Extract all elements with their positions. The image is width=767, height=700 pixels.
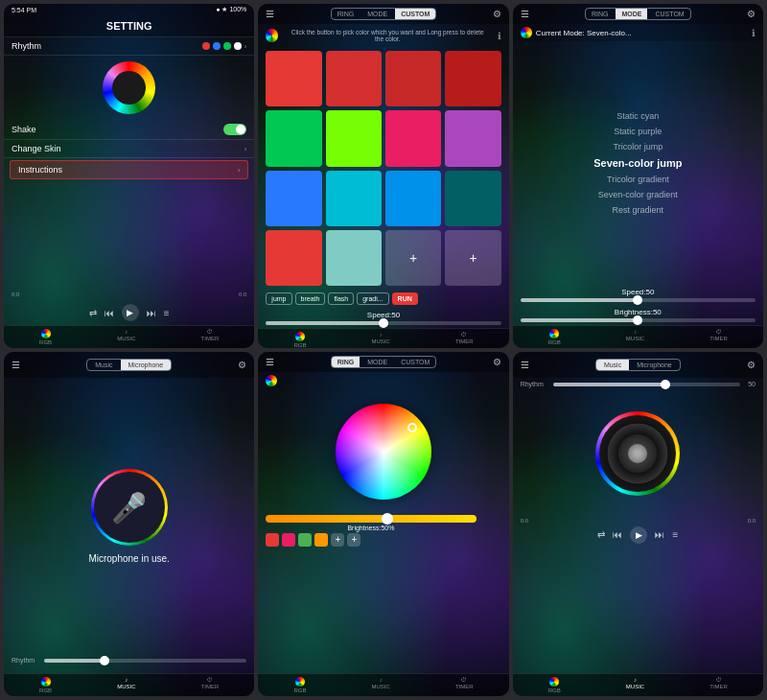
rhythm-track-4[interactable] (44, 659, 246, 663)
play-btn-6[interactable]: ▶ (630, 526, 647, 544)
small-swatch-2[interactable] (282, 533, 295, 547)
mode-tricolor-jump[interactable]: Tricolor jump (521, 139, 755, 154)
tab-music-6[interactable]: Music (596, 360, 629, 370)
tab-mic-6[interactable]: Microphone (629, 360, 680, 370)
swatch-4[interactable] (445, 51, 500, 106)
change-skin-item[interactable]: Change Skin › (4, 140, 254, 158)
nav-rgb-4[interactable]: RGB (39, 677, 52, 693)
nav-rgb-5[interactable]: RGB (293, 677, 306, 693)
nav-music-3[interactable]: ♪ MUSIC (626, 329, 644, 345)
small-swatch-4[interactable] (314, 533, 328, 547)
swatch-14[interactable] (326, 230, 382, 286)
gear-icon-5[interactable]: ⚙ (493, 357, 501, 367)
small-swatch-3[interactable] (298, 533, 312, 547)
add-color-5[interactable]: + (331, 533, 344, 547)
mode-seven-color-gradient[interactable]: Seven-color gradient (521, 187, 755, 202)
nav-music-5[interactable]: ♪ MUSIC (371, 677, 389, 693)
nav-timer-2[interactable]: ⏱ TIMER (455, 332, 474, 348)
nav-rgb-2[interactable]: RGB (293, 332, 306, 348)
nav-rgb-1[interactable]: RGB (39, 329, 52, 345)
color-wheel-5[interactable] (336, 404, 431, 500)
nav-timer-6[interactable]: ⏱ TIMER (709, 677, 728, 693)
gear-icon-6[interactable]: ⚙ (747, 360, 755, 370)
menu-icon-6[interactable]: ☰ (521, 360, 529, 370)
add-swatch-2[interactable]: + (445, 230, 500, 286)
nav-timer-5[interactable]: ⏱ TIMER (455, 677, 474, 693)
rgb-icon-5 (295, 677, 305, 687)
nav-rgb-3[interactable]: RGB (548, 329, 561, 345)
list-icon-6[interactable]: ≡ (672, 529, 678, 540)
gear-icon-3[interactable]: ⚙ (747, 9, 755, 19)
tab-custom-5[interactable]: CUSTOM (395, 357, 435, 367)
nav-music-6[interactable]: ♪ MUSIC (626, 677, 644, 693)
add-color-5b[interactable]: + (347, 533, 360, 547)
next-icon[interactable]: ⏭ (147, 308, 156, 318)
add-swatch-1[interactable]: + (385, 230, 441, 286)
swatch-10[interactable] (326, 171, 382, 226)
swatch-13[interactable] (266, 230, 321, 286)
rgb-icon-1 (41, 329, 51, 338)
menu-icon-4[interactable]: ☰ (12, 360, 20, 370)
menu-icon-5[interactable]: ☰ (266, 357, 274, 367)
tab-ring-3[interactable]: RING (586, 9, 615, 19)
nav-music-2[interactable]: ♪ MUSIC (371, 332, 389, 348)
mode-static-cyan[interactable]: Static cyan (521, 108, 755, 124)
small-swatch-1[interactable] (266, 533, 279, 547)
wheel-cursor-5[interactable] (407, 423, 417, 432)
swatch-9[interactable] (266, 171, 321, 226)
play-button[interactable]: ▶ (122, 304, 139, 321)
nav-music-4[interactable]: ♪ MUSIC (117, 677, 135, 693)
next-icon-6[interactable]: ⏭ (655, 529, 664, 540)
swatch-3[interactable] (385, 51, 441, 106)
tab-custom-3[interactable]: CUSTOM (649, 9, 689, 19)
tab-custom-2[interactable]: CUSTOM (395, 9, 435, 19)
prev-icon-6[interactable]: ⏮ (613, 529, 622, 540)
shuffle-icon[interactable]: ⇄ (89, 308, 97, 318)
speed-track-3[interactable] (521, 298, 755, 302)
gear-icon-2[interactable]: ⚙ (493, 9, 501, 19)
nav-timer-4[interactable]: ⏱ TIMER (201, 677, 220, 693)
swatch-11[interactable] (385, 171, 441, 226)
swatch-1[interactable] (266, 51, 321, 106)
shake-item[interactable]: Shake (4, 120, 254, 140)
mode-seven-color-jump[interactable]: Seven-color jump (521, 154, 755, 172)
rhythm-track-6[interactable] (553, 383, 741, 386)
nav-timer-3[interactable]: ⏱ TIMER (709, 329, 728, 345)
swatch-5[interactable] (266, 110, 321, 166)
speed-track-2[interactable] (266, 321, 500, 325)
nav-timer-1[interactable]: ⏱ TIMER (201, 329, 220, 345)
shake-toggle[interactable] (223, 124, 246, 135)
swatch-2[interactable] (326, 51, 382, 106)
swatch-8[interactable] (445, 110, 500, 166)
nav-music-1[interactable]: ♪ MUSIC (117, 329, 135, 345)
shuffle-icon-6[interactable]: ⇄ (597, 529, 605, 540)
mode-rest-gradient[interactable]: Rest gradient (521, 202, 755, 218)
jump-btn[interactable]: jump (266, 292, 291, 305)
tab-mic-4[interactable]: Microphone (121, 360, 172, 370)
list-icon[interactable]: ≡ (164, 308, 170, 318)
tab-music-4[interactable]: Music (87, 360, 120, 370)
flash-btn[interactable]: flash (328, 292, 354, 305)
gradi-btn[interactable]: gradi... (357, 292, 388, 305)
prev-icon[interactable]: ⏮ (105, 308, 114, 318)
tab-ring-5[interactable]: RING (332, 357, 360, 367)
menu-icon-3[interactable]: ☰ (521, 9, 529, 19)
menu-icon-2[interactable]: ☰ (266, 9, 274, 19)
brightness-thumb-5[interactable] (382, 513, 393, 525)
run-btn[interactable]: RUN (392, 292, 418, 305)
brightness-bar-5[interactable] (266, 515, 476, 523)
gear-icon-4[interactable]: ⚙ (238, 360, 246, 370)
swatch-12[interactable] (445, 171, 500, 226)
nav-rgb-6[interactable]: RGB (548, 677, 561, 693)
mode-tricolor-gradient[interactable]: Tricolor gradient (521, 172, 755, 187)
swatch-7[interactable] (385, 110, 441, 166)
tab-ring-2[interactable]: RING (332, 9, 360, 19)
brightness-track-3[interactable] (521, 318, 755, 322)
breath-btn[interactable]: breath (295, 292, 326, 305)
tab-mode-5[interactable]: MODE (361, 357, 393, 367)
tab-mode-3[interactable]: MODE (616, 9, 647, 19)
tab-mode-2[interactable]: MODE (361, 9, 393, 19)
swatch-6[interactable] (326, 110, 382, 166)
instructions-item[interactable]: Instructions › (10, 160, 248, 179)
mode-static-purple[interactable]: Static purple (521, 124, 755, 139)
